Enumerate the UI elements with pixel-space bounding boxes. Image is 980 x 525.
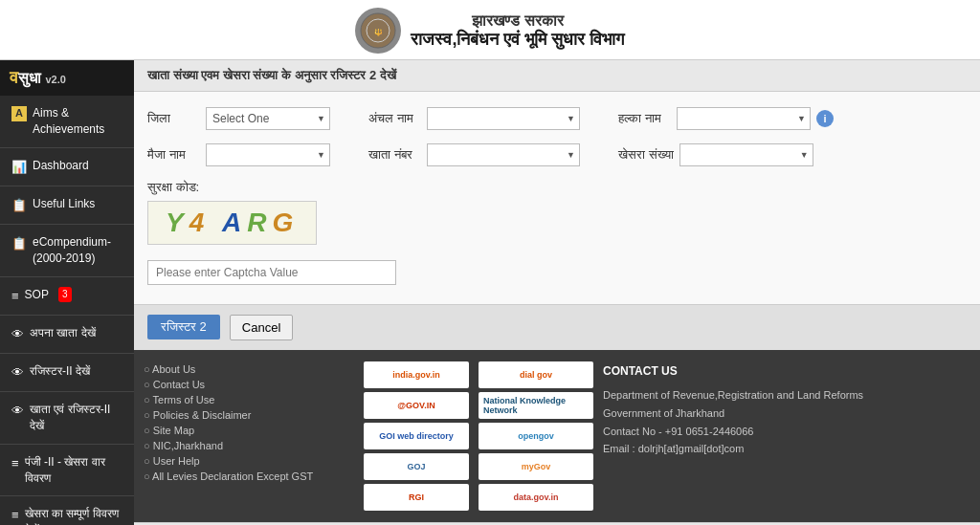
opengov-logo[interactable]: opengov — [479, 423, 593, 449]
mauja-label: मैजा नाम — [147, 147, 200, 163]
sidebar: वसुधा v2.0 A Aims & Achievements 📊 Dashb… — [0, 60, 134, 525]
main-content: खाता संख्या एवम खेसरा संख्या के अनुसार र… — [134, 60, 980, 525]
sidebar-item-ecompendium[interactable]: 📋 eCompendium-(2000-2019) — [0, 225, 134, 277]
footer-link-item[interactable]: Terms of Use — [144, 392, 354, 407]
sidebar-item-label: Aims & Achievements — [33, 105, 122, 138]
contact-dept: Department of Revenue,Registration and L… — [603, 386, 970, 405]
halka-group: हल्का नाम i — [618, 107, 834, 130]
dial-gov-logo[interactable]: dial gov — [479, 361, 593, 388]
eye2-icon: 👁 — [11, 364, 24, 382]
sidebar-item-panji[interactable]: ≡ पंजी -II - खेसरा वार विवरण — [0, 445, 134, 497]
sidebar-item-label: SOP — [25, 287, 49, 303]
anchal-select[interactable] — [427, 107, 580, 130]
halka-select[interactable] — [677, 107, 811, 130]
contact-govt: Government of Jharkhand — [603, 405, 970, 423]
footer-link-item[interactable]: About Us — [144, 361, 354, 377]
datagov-logo[interactable]: data.gov.in — [479, 484, 593, 511]
header: 🔱 झारखण्ड सरकार राजस्व,निबंधन एवं भूमि स… — [0, 0, 980, 60]
district-select-wrapper: Select One — [206, 107, 330, 130]
khesra-icon: ≡ — [11, 507, 19, 524]
page-title: खाता संख्या एवम खेसरा संख्या के अनुसार र… — [147, 68, 396, 82]
footer-link-item[interactable]: Contact Us — [144, 377, 354, 392]
sidebar-item-label: पंजी -II - खेसरा वार विवरण — [25, 454, 122, 487]
app-name: वसुधा v2.0 — [10, 68, 124, 88]
captcha-label: सुरक्षा कोड: — [147, 180, 967, 195]
sidebar-logo: वसुधा v2.0 — [0, 60, 134, 96]
halka-label: हल्का नाम — [618, 111, 671, 126]
sidebar-item-register2[interactable]: 👁 रजिस्टर-II देखें — [0, 354, 134, 392]
cancel-button[interactable]: Cancel — [230, 315, 293, 340]
footer-link-item[interactable]: All Levies Declaration Except GST — [144, 469, 354, 484]
anchal-select-wrapper — [427, 107, 580, 130]
sop-badge: 3 — [58, 287, 72, 302]
district-select[interactable]: Select One — [206, 107, 330, 130]
mygov-logo[interactable]: myGov — [479, 453, 593, 480]
district-group: जिला Select One — [147, 107, 330, 130]
india-gov-logo[interactable]: india.gov.in — [364, 361, 469, 388]
khesra-group: खेसरा संख्या — [618, 143, 813, 166]
header-text: झारखण्ड सरकार राजस्व,निबंधन एवं भूमि सुध… — [411, 12, 624, 50]
form-row-2: मैजा नाम खाता नंबर — [147, 143, 967, 166]
app-wrapper: 🔱 झारखण्ड सरकार राजस्व,निबंधन एवं भूमि स… — [0, 0, 980, 525]
footer-logos-left: india.gov.in @GOV.IN GOI web directory G… — [364, 361, 469, 511]
aims-icon: A — [11, 106, 27, 121]
anchal-label: अंचल नाम — [368, 111, 421, 126]
khesra-select-wrapper — [679, 143, 813, 166]
khata-select-wrapper — [427, 143, 580, 166]
sidebar-item-dashboard[interactable]: 📊 Dashboard — [0, 148, 134, 186]
webdir-logo[interactable]: GOI web directory — [364, 423, 469, 449]
eye-icon: 👁 — [11, 326, 24, 343]
captcha-image: Y4 ARG — [147, 201, 317, 245]
sidebar-item-apna-khata[interactable]: 👁 अपना खाता देखें — [0, 316, 134, 354]
contact-no: Contact No - +91 0651-2446066 — [603, 423, 970, 441]
footer-links: About Us Contact Us Terms of Use Policie… — [144, 361, 354, 511]
goj-logo[interactable]: GOJ — [364, 453, 469, 480]
eye3-icon: 👁 — [11, 403, 24, 420]
khata-label: खाता नंबर — [368, 147, 421, 163]
sidebar-item-sop[interactable]: ≡ SOP 3 — [0, 277, 134, 316]
info-icon[interactable]: i — [816, 110, 834, 127]
contact-email: Email : dolrjh[at]gmail[dot]com — [603, 440, 970, 458]
sidebar-item-label: खेसरा का सम्पूर्ण विवरण देखें — [25, 506, 122, 525]
govt-emblem: 🔱 — [355, 8, 401, 54]
district-label: जिला — [147, 111, 200, 126]
sidebar-item-label: Dashboard — [33, 158, 89, 174]
form-area: जिला Select One अंचल नाम — [134, 92, 980, 304]
khesra-select[interactable] — [679, 143, 813, 166]
page-title-bar: खाता संख्या एवम खेसरा संख्या के अनुसार र… — [134, 60, 980, 92]
body-area: वसुधा v2.0 A Aims & Achievements 📊 Dashb… — [0, 60, 980, 525]
sidebar-item-label: खाता एवं रजिस्टर-II देखें — [30, 402, 122, 434]
mauja-select-wrapper — [206, 143, 330, 166]
form-row-1: जिला Select One अंचल नाम — [147, 107, 967, 130]
footer-link-item[interactable]: NIC,Jharkhand — [144, 438, 354, 453]
captcha-section: सुरक्षा कोड: Y4 ARG — [147, 180, 967, 285]
sidebar-item-label: eCompendium-(2000-2019) — [33, 234, 122, 267]
khata-select[interactable] — [427, 143, 580, 166]
sidebar-item-useful-links[interactable]: 📋 Useful Links — [0, 186, 134, 225]
sop-icon: ≡ — [11, 288, 19, 305]
panji-icon: ≡ — [11, 455, 19, 472]
svg-text:🔱: 🔱 — [374, 28, 383, 36]
sidebar-item-label: अपना खाता देखें — [30, 325, 96, 341]
sidebar-item-label: रजिस्टर-II देखें — [30, 363, 90, 380]
sidebar-item-khesra[interactable]: ≡ खेसरा का सम्पूर्ण विवरण देखें — [0, 496, 134, 525]
dashboard-icon: 📊 — [11, 159, 27, 176]
footer-link-item[interactable]: Policies & Disclaimer — [144, 407, 354, 423]
khesra-label: खेसरा संख्या — [618, 147, 674, 163]
nic-logo[interactable]: National Knowledge Network — [479, 392, 593, 419]
anchal-group: अंचल नाम — [368, 107, 580, 130]
contact-title: CONTACT US — [603, 361, 970, 381]
captcha-input[interactable] — [147, 260, 396, 285]
halka-select-wrapper — [677, 107, 811, 130]
atgov-logo[interactable]: @GOV.IN — [364, 392, 469, 419]
footer-link-item[interactable]: User Help — [144, 453, 354, 469]
footer-link-item[interactable]: Site Map — [144, 423, 354, 438]
sidebar-item-label: Useful Links — [33, 196, 95, 212]
links-icon: 📋 — [11, 197, 27, 214]
register-button[interactable]: रजिस्टर 2 — [147, 315, 220, 339]
mauja-select[interactable] — [206, 143, 330, 166]
khata-group: खाता नंबर — [368, 143, 580, 166]
sidebar-item-aims[interactable]: A Aims & Achievements — [0, 96, 134, 148]
rgi-logo[interactable]: RGI — [364, 484, 469, 511]
sidebar-item-khata-register[interactable]: 👁 खाता एवं रजिस्टर-II देखें — [0, 392, 134, 445]
